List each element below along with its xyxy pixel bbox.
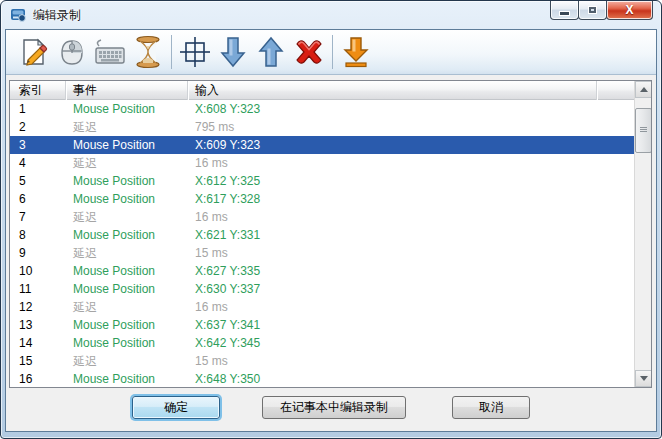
cell-input: 795 ms [188,118,634,136]
table-header: 索引 事件 输入 [10,81,651,100]
cell-index: 6 [10,190,66,208]
hourglass-icon [133,35,163,69]
scrollbar-grip-icon [640,127,647,133]
cell-index: 8 [10,226,66,244]
cell-index: 11 [10,280,66,298]
cell-index: 7 [10,208,66,226]
cell-event: Mouse Position [66,172,188,190]
cell-input: 15 ms [188,352,634,370]
cell-event: 延迟 [66,352,188,370]
blue-arrow-down-icon [220,35,246,69]
toolbar-separator [171,35,172,69]
table-row[interactable]: 16Mouse PositionX:648 Y:350 [10,370,634,388]
blue-arrow-up-icon [258,35,284,69]
scroll-up-button[interactable] [635,81,652,98]
edit-button[interactable] [15,33,53,71]
table-row[interactable]: 15延迟15 ms [10,352,634,370]
minimize-icon [559,11,570,16]
export-bottom-button[interactable] [337,33,375,71]
button-row: 确定 在记事本中编辑录制 取消 [6,396,656,424]
column-header-index[interactable]: 索引 [10,81,66,100]
move-down-button[interactable] [214,33,252,71]
window-title: 编辑录制 [33,7,81,24]
scroll-down-button[interactable] [635,370,652,387]
delete-button[interactable] [290,33,328,71]
position-button[interactable] [176,33,214,71]
table-row[interactable]: 8Mouse PositionX:621 Y:331 [10,226,634,244]
table-row[interactable]: 7延迟16 ms [10,208,634,226]
cell-event: Mouse Position [66,334,188,352]
dialog-window: 编辑录制 X [0,0,662,439]
red-x-icon [292,36,326,68]
cell-input: X:637 Y:341 [188,316,634,334]
table-row[interactable]: 2延迟795 ms [10,118,634,136]
cell-index: 3 [10,136,66,154]
cell-input: 16 ms [188,298,634,316]
column-header-event[interactable]: 事件 [66,81,188,100]
client-area: 索引 事件 输入 1Mouse PositionX:608 Y:3232延迟79… [5,29,657,432]
title-bar[interactable]: 编辑录制 X [1,1,661,29]
cell-event: 延迟 [66,118,188,136]
cell-event: 延迟 [66,208,188,226]
cell-input: X:609 Y:323 [188,136,634,154]
cell-event: 延迟 [66,154,188,172]
cell-event: Mouse Position [66,280,188,298]
table-row[interactable]: 10Mouse PositionX:627 Y:335 [10,262,634,280]
cell-event: Mouse Position [66,100,188,118]
app-icon [10,7,27,23]
close-button[interactable]: X [606,1,653,20]
cell-input: X:648 Y:350 [188,370,634,388]
table-row[interactable]: 4延迟16 ms [10,154,634,172]
cell-event: Mouse Position [66,226,188,244]
table-row[interactable]: 1Mouse PositionX:608 Y:323 [10,100,634,118]
column-header-input[interactable]: 输入 [188,81,597,100]
cell-index: 12 [10,298,66,316]
table-row[interactable]: 13Mouse PositionX:637 Y:341 [10,316,634,334]
cell-index: 13 [10,316,66,334]
table-row[interactable]: 11Mouse PositionX:630 Y:337 [10,280,634,298]
vertical-scrollbar[interactable] [634,81,651,387]
scrollbar-thumb[interactable] [635,108,652,153]
cell-input: X:621 Y:331 [188,226,634,244]
triangle-down-icon [640,376,648,381]
cell-index: 10 [10,262,66,280]
cell-event: 延迟 [66,244,188,262]
cell-index: 9 [10,244,66,262]
cell-input: X:608 Y:323 [188,100,634,118]
mouse-icon [57,36,87,68]
maximize-button[interactable] [578,1,607,20]
edit-in-notepad-button[interactable]: 在记事本中编辑录制 [262,396,406,419]
crosshair-frame-icon [178,35,212,69]
cell-index: 15 [10,352,66,370]
table-row[interactable]: 5Mouse PositionX:612 Y:325 [10,172,634,190]
event-table: 索引 事件 输入 1Mouse PositionX:608 Y:3232延迟79… [9,80,652,388]
cell-input: X:642 Y:345 [188,334,634,352]
cell-event: Mouse Position [66,190,188,208]
table-row[interactable]: 12延迟16 ms [10,298,634,316]
table-row[interactable]: 6Mouse PositionX:617 Y:328 [10,190,634,208]
table-row[interactable]: 3Mouse PositionX:609 Y:323 [10,136,634,154]
cell-index: 5 [10,172,66,190]
table-row[interactable]: 14Mouse PositionX:642 Y:345 [10,334,634,352]
maximize-icon [588,6,597,14]
cell-input: 15 ms [188,244,634,262]
cancel-button[interactable]: 取消 [452,396,530,419]
cell-event: Mouse Position [66,262,188,280]
cell-input: 16 ms [188,208,634,226]
cell-index: 16 [10,370,66,388]
cell-input: X:627 Y:335 [188,262,634,280]
cell-index: 14 [10,334,66,352]
triangle-up-icon [640,87,648,92]
cell-event: Mouse Position [66,370,188,388]
delay-event-button[interactable] [129,33,167,71]
cell-index: 4 [10,154,66,172]
minimize-button[interactable] [550,1,579,20]
mouse-event-button[interactable] [53,33,91,71]
move-up-button[interactable] [252,33,290,71]
cell-event: Mouse Position [66,316,188,334]
ok-button[interactable]: 确定 [132,396,220,419]
keyboard-event-button[interactable] [91,33,129,71]
keyboard-icon [93,36,127,68]
table-row[interactable]: 9延迟15 ms [10,244,634,262]
cell-input: X:630 Y:337 [188,280,634,298]
